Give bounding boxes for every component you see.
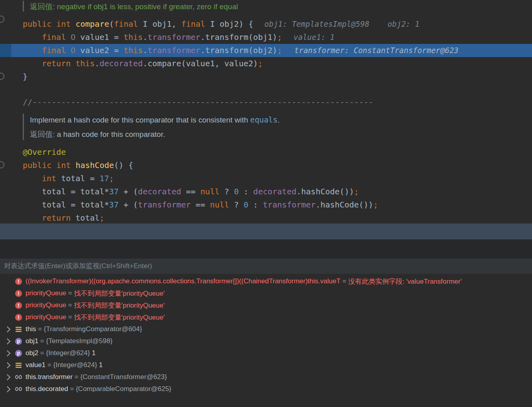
watch-name: ((InvokerTransformer)((org.apache.common… — [26, 277, 341, 285]
code-token: O — [71, 32, 80, 42]
error-icon: ! — [15, 290, 22, 297]
expand-chevron-icon[interactable] — [4, 362, 11, 368]
watch-value: {TemplatesImpl@598} — [46, 337, 113, 345]
watch-value: 没有此类实例字段: 'valueTransformer' — [348, 277, 462, 286]
code-token: ; — [277, 32, 282, 42]
code-token: decorated — [253, 187, 296, 196]
code-token: @Override — [23, 147, 66, 157]
code-token: hashCode — [75, 160, 114, 170]
error-icon: ! — [15, 278, 22, 285]
code-token: O — [71, 45, 80, 55]
variables-panel: !((InvokerTransformer)((org.apache.commo… — [0, 274, 532, 407]
code-line-total-decorated[interactable]: total = total*37 + (decorated == null ? … — [0, 185, 532, 198]
inline-debugger-hint: value1: 1 — [294, 31, 335, 44]
code-line-value1[interactable]: final O value1 = this.transformer.transf… — [0, 31, 532, 44]
code-token: public int — [23, 160, 75, 170]
code-token: . — [143, 32, 148, 42]
code-token: transformer — [148, 45, 200, 55]
watch-row[interactable]: this = {TransformingComparator@604} — [0, 323, 532, 335]
value-icon — [15, 362, 22, 369]
code-token: ; — [354, 187, 359, 196]
evaluate-expression-field[interactable]: 对表达式求值(Enter)或添加监视(Ctrl+Shift+Enter) — [0, 259, 532, 274]
watch-row[interactable]: !priorityQueue = 找不到局部变量'priorityQueue' — [0, 311, 532, 323]
code-token: decorated — [100, 59, 143, 68]
code-line-closing-brace[interactable]: } — [0, 70, 532, 83]
equals-sign: = — [36, 325, 43, 333]
watch-row[interactable]: pobj1 = {TemplatesImpl@598} — [0, 335, 532, 347]
code-token: . — [143, 45, 148, 55]
code-line-separator-comment[interactable]: //--------------------------------------… — [0, 96, 532, 109]
watch-value: {Integer@624} — [53, 361, 97, 369]
watch-rows: !((InvokerTransformer)((org.apache.commo… — [0, 275, 532, 395]
code-token: : — [248, 200, 263, 209]
watch-name: this.transformer — [26, 373, 73, 381]
watch-row[interactable]: pobj2 = {Integer@624} 1 — [0, 347, 532, 359]
expand-chevron-icon[interactable] — [4, 326, 11, 332]
code-token: . — [95, 59, 99, 68]
code-token: decorated — [138, 187, 181, 196]
code-token: total = total* — [42, 200, 109, 209]
code-token: transformer — [263, 200, 315, 209]
watch-value: 找不到局部变量'priorityQueue' — [74, 289, 165, 298]
code-line-total-init[interactable]: int total = 17; — [0, 172, 532, 185]
watch-value: {TransformingComparator@604} — [44, 325, 142, 333]
code-line-return-total[interactable]: return total; — [0, 211, 532, 225]
code-editor[interactable]: 返回值: negative if obj1 is less, positive … — [0, 0, 532, 223]
code-token: total — [75, 213, 99, 223]
code-token: public int — [23, 19, 75, 29]
code-token: ; — [373, 200, 378, 209]
code-line-return-compare[interactable]: return this.decorated.compare(value1, va… — [0, 57, 532, 70]
watch-value: 找不到局部变量'priorityQueue' — [74, 313, 165, 322]
equals-sign: = — [66, 289, 74, 297]
equals-sign: = — [66, 313, 74, 321]
code-token: I obj1, — [143, 19, 181, 29]
watch-row[interactable]: this.transformer = {ConstantTransformer@… — [0, 371, 532, 383]
code-token: I obj2) { — [210, 19, 253, 29]
evaluate-expression-placeholder: 对表达式求值(Enter)或添加监视(Ctrl+Shift+Enter) — [4, 262, 152, 270]
watch-name: this — [26, 325, 36, 333]
equals-sign: = — [66, 301, 74, 309]
code-line-hashcode-signature[interactable]: public int hashCode() { — [0, 159, 532, 172]
watch-name: priorityQueue — [26, 289, 66, 297]
editor-debugger-splitter[interactable] — [0, 223, 532, 239]
doc-comment-line: 返回值: negative if obj1 is less, positive … — [0, 0, 532, 13]
code-token: : — [239, 187, 253, 196]
code-token: ? — [220, 187, 234, 196]
code-token: .transform(obj2) — [200, 45, 277, 55]
equals-sign: = — [45, 361, 53, 369]
code-token: .hashCode()) — [315, 200, 373, 209]
code-token: null — [210, 200, 229, 209]
expand-chevron-icon[interactable] — [4, 374, 11, 380]
code-line-total-transformer[interactable]: total = total*37 + (transformer == null … — [0, 198, 532, 211]
watch-row[interactable]: !priorityQueue = 找不到局部变量'priorityQueue' — [0, 299, 532, 311]
expand-chevron-icon[interactable] — [4, 386, 11, 392]
code-token: Implement a hash code for this comparato… — [30, 116, 250, 124]
inline-debugger-hint: obj1: TemplatesImpl@598 obj2: 1 — [264, 18, 420, 31]
code-token: a hash code for this comparator. — [57, 130, 165, 138]
watch-name: this.decorated — [26, 385, 68, 393]
code-token: .transform(obj1) — [200, 32, 277, 42]
watch-value: 找不到局部变量'priorityQueue' — [74, 301, 165, 310]
watch-row[interactable]: value1 = {Integer@624} 1 — [0, 359, 532, 371]
code-token: value1 = — [80, 32, 123, 42]
code-token: final — [114, 19, 143, 29]
watch-row[interactable]: this.decorated = {ComparableComparator@6… — [0, 383, 532, 395]
expand-chevron-icon[interactable] — [4, 338, 11, 344]
code-token: //--------------------------------------… — [23, 97, 373, 107]
watch-icon — [15, 374, 22, 381]
watch-name: obj1 — [26, 337, 38, 345]
watch-name: priorityQueue — [26, 301, 66, 309]
code-token: 返回值: — [30, 130, 57, 138]
code-line-override-annotation[interactable]: @Override — [0, 146, 532, 159]
code-token: return — [42, 213, 75, 223]
equals-sign: = — [38, 349, 46, 357]
code-token: ( — [109, 19, 114, 29]
watch-row[interactable]: !priorityQueue = 找不到局部变量'priorityQueue' — [0, 287, 532, 299]
equals-sign: = — [38, 337, 46, 345]
watch-row[interactable]: !((InvokerTransformer)((org.apache.commo… — [0, 275, 532, 287]
code-token: .compare(value1, value2) — [143, 59, 258, 68]
expand-chevron-icon[interactable] — [4, 350, 11, 356]
code-token: 0 — [234, 187, 239, 196]
code-token: ? — [229, 200, 244, 209]
code-token: == — [181, 187, 200, 196]
